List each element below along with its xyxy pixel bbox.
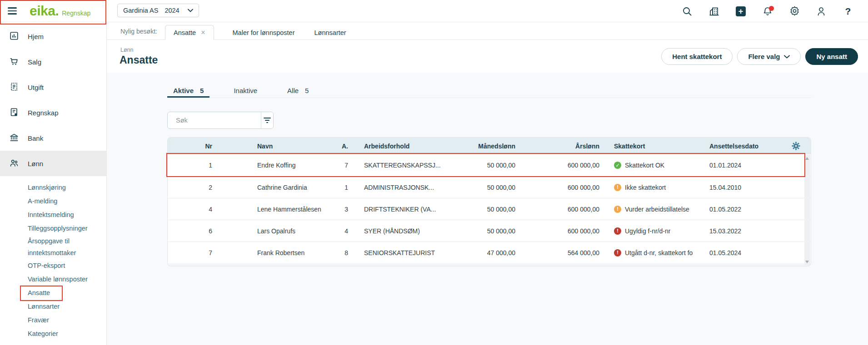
people-icon [9, 158, 19, 169]
brand-name: eika. [30, 3, 59, 19]
company-selector[interactable]: Gardinia AS 2024 [117, 4, 199, 17]
cell-a: 7 [323, 154, 353, 176]
ny-ansatt-button[interactable]: Ny ansatt [805, 48, 858, 65]
cell-navn: Cathrine Gardinia [219, 177, 323, 198]
scroll-up-icon[interactable] [805, 157, 809, 160]
company-year: 2024 [165, 7, 179, 14]
cell-ansettelsesdato: 01.01.2024 [703, 154, 789, 176]
sidebar-subitem-l-nnskj-ring[interactable]: Lønnskjøring [0, 181, 106, 194]
filter-tab-aktive[interactable]: Aktive5 [167, 84, 210, 98]
cell-ansettelsesdato: 01.05.2024 [703, 242, 789, 263]
sidebar: HjemSalgUtgiftRegnskapBankLønn Lønnskjør… [0, 22, 107, 345]
sidebar-subitem-kategorier[interactable]: Kategorier [0, 327, 106, 340]
filter-tab-count: 5 [200, 87, 204, 94]
column-header--rsl-nn[interactable]: Årslønn [521, 138, 605, 154]
sidebar-item-label: Bank [28, 134, 43, 142]
cell-arslonn: 600 000,00 [521, 198, 605, 220]
ledger-icon [9, 107, 19, 118]
cell-ansettelsesdato: 15.03.2022 [703, 220, 789, 242]
settings-icon[interactable] [785, 2, 803, 20]
employees-table: NrNavnA.ArbeidsforholdMånedslønnÅrslønnS… [167, 137, 811, 266]
cell-skattekort: !Ugyldig f-nr/d-nr [605, 220, 703, 242]
cell-arbeidsforhold: DRIFTSTEKNIKER (VA... [353, 198, 457, 220]
skattekort-status-label: Skattekort OK [625, 162, 664, 169]
tab-l-nnsarter[interactable]: Lønnsarter [314, 25, 347, 40]
help-icon[interactable]: ? [839, 2, 857, 20]
cell-nr: 1 [168, 154, 219, 176]
column-header-nr[interactable]: Nr [168, 138, 219, 154]
sidebar-subitem-inntektsmelding[interactable]: Inntektsmelding [0, 208, 106, 222]
sidebar-subitem--rsoppgave-til-inntektsmottaker[interactable]: Årsoppgave til inntektsmottaker [0, 235, 106, 259]
topbar: eika. Regnskap Gardinia AS 2024 + [0, 0, 868, 22]
table-settings-gear-icon[interactable] [792, 142, 800, 150]
table-row-1[interactable]: 1Endre Koffing7SKATTEREGNSKAPSSJ...50 00… [168, 154, 811, 176]
table-row-6[interactable]: 6Lars Opalrufs4SYER (HÅNDSØM)50 000,0060… [168, 220, 811, 242]
sidebar-item-utgift[interactable]: Utgift [0, 74, 106, 100]
cell-manedslonn: 50 000,00 [457, 220, 521, 242]
sidebar-submenu: LønnskjøringA-meldingInntektsmeldingTill… [0, 181, 106, 340]
table-row-7[interactable]: 7Frank Robertsen8SENIORSKATTEJURIST47 00… [168, 242, 811, 263]
sidebar-subitem-l-nnsarter[interactable]: Lønnsarter [0, 300, 106, 313]
app-logo: eika. Regnskap [30, 3, 90, 19]
column-header-navn[interactable]: Navn [219, 138, 323, 154]
cell-skattekort: ✓Skattekort OK [605, 154, 703, 176]
sidebar-item-hjem[interactable]: Hjem [0, 24, 106, 49]
column-header-m-nedsl-nn[interactable]: Månedslønn [457, 138, 521, 154]
skattekort-status-label: Ikke skattekort [625, 184, 666, 191]
flere-valg-button[interactable]: Flere valg [737, 48, 801, 65]
chevron-down-icon [188, 9, 193, 12]
filter-tab-alle[interactable]: Alle5 [281, 84, 314, 98]
search-input[interactable] [168, 112, 261, 128]
cell-ansettelsesdato: 15.04.2010 [703, 177, 789, 198]
sidebar-subitem-tilleggsopplysninger[interactable]: Tilleggsopplysninger [0, 222, 106, 235]
column-header-arbeidsforhold[interactable]: Arbeidsforhold [353, 138, 457, 154]
sidebar-subitem-ansatte[interactable]: Ansatte [0, 286, 106, 300]
sidebar-subitem-a-melding[interactable]: A-melding [0, 194, 106, 208]
skattekort-status-label: Utgått d-nr, skattekort fo [625, 249, 693, 256]
add-icon[interactable]: + [732, 2, 750, 20]
sidebar-item-regnskap[interactable]: Regnskap [0, 100, 106, 125]
recent-label: Nylig besøkt: [120, 28, 157, 35]
cell-manedslonn: 47 000,00 [457, 242, 521, 263]
cell-manedslonn: 50 000,00 [457, 198, 521, 220]
table-scrollbar[interactable] [804, 155, 810, 266]
sidebar-item-salg[interactable]: Salg [0, 49, 106, 74]
status-error-icon: ! [614, 249, 621, 256]
status-warning-icon: ! [614, 206, 621, 213]
chevron-down-icon [784, 55, 790, 59]
close-icon[interactable]: × [201, 29, 205, 36]
table-row-2[interactable]: 2Cathrine Gardinia1ADMINISTRASJONSK...50… [168, 176, 811, 198]
cell-arbeidsforhold: SYER (HÅNDSØM) [353, 220, 457, 242]
sidebar-subitem-otp-eksport[interactable]: OTP-eksport [0, 259, 106, 272]
company-icon[interactable] [705, 2, 723, 20]
cell-navn: Frank Robertsen [219, 242, 323, 263]
column-header-a-[interactable]: A. [323, 138, 353, 154]
sidebar-subitem-frav-r[interactable]: Fravær [0, 313, 106, 327]
profile-icon[interactable] [812, 2, 830, 20]
filter-button[interactable] [261, 112, 273, 128]
filter-icon [264, 118, 271, 123]
column-header-ansettelsesdato[interactable]: Ansettelsesdato [703, 138, 789, 154]
cell-a: 3 [323, 198, 353, 220]
sidebar-item-label: Regnskap [28, 109, 59, 117]
tab-maler-for-l-nnsposter[interactable]: Maler for lønnsposter [232, 25, 296, 40]
menu-icon[interactable] [8, 5, 18, 16]
cell-skattekort: !Ikke skattekort [605, 177, 703, 198]
sidebar-item-bank[interactable]: Bank [0, 125, 106, 151]
cell-skattekort: !Utgått d-nr, skattekort fo [605, 242, 703, 263]
cell-skattekort: !Vurder arbeidstillatelse [605, 198, 703, 220]
column-header-skattekort[interactable]: Skattekort [605, 138, 703, 154]
notifications-icon[interactable] [758, 2, 777, 20]
sidebar-item-label: Hjem [28, 33, 44, 40]
hent-skattekort-button[interactable]: Hent skattekort [661, 48, 733, 65]
search-icon[interactable] [678, 2, 696, 20]
scroll-down-icon[interactable] [805, 261, 809, 263]
filter-tab-inaktive[interactable]: Inaktive [228, 84, 263, 98]
status-ok-icon: ✓ [614, 162, 621, 169]
table-row-4[interactable]: 4Lene Hammerstålesen3DRIFTSTEKNIKER (VA.… [168, 198, 811, 220]
sidebar-subitem-variable-l-nnsposter[interactable]: Variable lønnsposter [0, 272, 106, 286]
tab-ansatte[interactable]: Ansatte× [165, 25, 214, 40]
cell-nr: 2 [168, 177, 219, 198]
cell-manedslonn: 50 000,00 [457, 154, 521, 176]
sidebar-item-l-nn[interactable]: Lønn [0, 151, 106, 176]
